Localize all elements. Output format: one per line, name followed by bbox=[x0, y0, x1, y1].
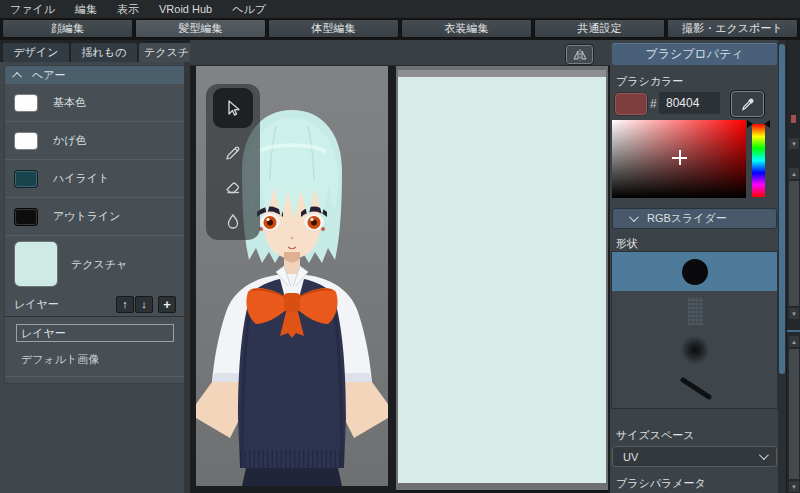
brush-color-label: ブラシカラー bbox=[616, 74, 683, 89]
edge-scroll-track[interactable] bbox=[789, 349, 799, 479]
circle-brush-icon bbox=[682, 259, 708, 285]
saturation-value-picker[interactable] bbox=[612, 120, 746, 198]
list-item-shade-color[interactable]: かげ色 bbox=[5, 122, 185, 160]
layers-title: レイヤー bbox=[14, 297, 116, 312]
brush-params-label: ブラシパラメータ bbox=[616, 476, 706, 491]
hue-handle-right[interactable] bbox=[764, 120, 770, 128]
item-label: 基本色 bbox=[53, 95, 86, 110]
panel-title: ブラシプロパティ bbox=[612, 43, 777, 65]
color-swatch[interactable] bbox=[14, 170, 38, 188]
main-tab-bar: 顔編集 髪型編集 体型編集 衣装編集 共通設定 撮影・エクスポート bbox=[0, 18, 800, 40]
pencil-tool-button[interactable] bbox=[213, 136, 253, 170]
brush-properties-panel: ブラシプロパティ ブラシカラー # 80404 RGBスライダー 形状 bbox=[610, 40, 779, 493]
shape-option-circle[interactable] bbox=[612, 252, 777, 291]
layer-move-down-button[interactable]: ↓ bbox=[135, 296, 153, 313]
center-region bbox=[190, 40, 610, 493]
subtab-design[interactable]: デザイン bbox=[3, 43, 69, 62]
hair-section-header[interactable]: ヘアー bbox=[5, 66, 185, 84]
color-swatch[interactable] bbox=[14, 94, 38, 112]
chevron-down-icon bbox=[629, 212, 639, 222]
chevron-down-icon bbox=[759, 450, 769, 460]
tab-hair-edit[interactable]: 髪型編集 bbox=[135, 19, 266, 38]
texture-canvas-panel bbox=[396, 66, 608, 493]
shape-option-noise[interactable] bbox=[612, 291, 777, 330]
list-item-texture[interactable]: テクスチャ bbox=[5, 236, 185, 292]
tool-palette bbox=[206, 84, 260, 240]
tab-body-edit[interactable]: 体型編集 bbox=[268, 19, 399, 38]
edge-scroll-track[interactable] bbox=[789, 181, 799, 306]
shape-label: 形状 bbox=[616, 236, 638, 251]
list-item-base-color[interactable]: 基本色 bbox=[5, 84, 185, 122]
eyedropper-button[interactable] bbox=[730, 90, 765, 118]
layer-add-button[interactable]: + bbox=[158, 296, 176, 313]
layer-move-up-button[interactable]: ↑ bbox=[116, 296, 134, 313]
brush-color-swatch[interactable] bbox=[614, 92, 648, 116]
layer-item-default-image[interactable]: デフォルト画像 bbox=[16, 352, 174, 367]
menu-bar: ファイル 編集 表示 VRoid Hub ヘルプ bbox=[0, 0, 800, 18]
hex-hash: # bbox=[650, 97, 657, 111]
droplet-icon bbox=[224, 212, 242, 230]
item-label: テクスチャ bbox=[71, 257, 127, 272]
texture-swatch[interactable] bbox=[14, 241, 58, 287]
tab-photo-export[interactable]: 撮影・エクスポート bbox=[667, 19, 798, 38]
cursor-icon bbox=[224, 99, 242, 117]
menu-help[interactable]: ヘルプ bbox=[232, 2, 266, 17]
stroke-brush-icon bbox=[680, 377, 713, 401]
scroll-down-button[interactable]: ▼ bbox=[789, 308, 799, 319]
canvas-toolbar bbox=[190, 40, 610, 66]
mirror-symmetry-button[interactable] bbox=[565, 44, 594, 65]
color-swatch[interactable] bbox=[14, 208, 38, 226]
shape-option-soft-dot[interactable] bbox=[612, 330, 777, 369]
left-panel: デザイン 揺れもの テクスチャ ヘアー 基本色 かげ色 ハイライト bbox=[0, 40, 190, 493]
section-title: ヘアー bbox=[32, 68, 66, 83]
pencil-icon bbox=[224, 144, 242, 162]
mirror-icon bbox=[572, 49, 588, 61]
hue-slider[interactable] bbox=[752, 124, 765, 197]
brush-shape-list bbox=[612, 252, 777, 408]
left-subtab-bar: デザイン 揺れもの テクスチャ bbox=[0, 40, 190, 62]
size-space-label: サイズスペース bbox=[616, 428, 695, 443]
eyedropper-tool-button[interactable] bbox=[213, 204, 253, 238]
scroll-up-button[interactable]: ▲ bbox=[789, 168, 799, 179]
scroll-up-button[interactable]: ▲ bbox=[789, 336, 799, 347]
panel-scrollbar[interactable] bbox=[778, 40, 786, 493]
divider bbox=[5, 376, 185, 383]
item-label: アウトライン bbox=[53, 209, 121, 224]
scroll-down-button[interactable]: ▼ bbox=[789, 138, 799, 149]
shape-option-stroke[interactable] bbox=[612, 369, 777, 408]
menu-file[interactable]: ファイル bbox=[10, 2, 55, 17]
noise-brush-icon bbox=[688, 297, 703, 325]
hair-material-group: ヘアー 基本色 かげ色 ハイライト アウトライン テクスチャ bbox=[5, 66, 185, 383]
select-tool-button[interactable] bbox=[213, 88, 253, 128]
vroid-studio-window: ファイル 編集 表示 VRoid Hub ヘルプ 顔編集 髪型編集 体型編集 衣… bbox=[0, 0, 800, 493]
eraser-icon bbox=[224, 178, 242, 196]
subtab-bones[interactable]: 揺れもの bbox=[71, 43, 137, 62]
rgb-slider-section[interactable]: RGBスライダー bbox=[612, 208, 777, 229]
hue-handle-left[interactable] bbox=[747, 120, 753, 128]
edge-divider bbox=[787, 330, 800, 332]
layer-item-selected[interactable]: レイヤー bbox=[16, 324, 174, 342]
tab-common-settings[interactable]: 共通設定 bbox=[534, 19, 665, 38]
menu-vroid-hub[interactable]: VRoid Hub bbox=[159, 3, 212, 15]
menu-view[interactable]: 表示 bbox=[117, 2, 139, 17]
eraser-tool-button[interactable] bbox=[213, 170, 253, 204]
soft-dot-brush-icon bbox=[680, 335, 710, 365]
tab-face-edit[interactable]: 顔編集 bbox=[2, 19, 133, 38]
texture-canvas[interactable] bbox=[398, 70, 606, 483]
subtab-texture[interactable]: テクスチャ bbox=[139, 43, 190, 62]
hex-input[interactable]: 80404 bbox=[659, 92, 720, 114]
color-swatch[interactable] bbox=[14, 132, 38, 150]
3d-viewport[interactable] bbox=[196, 66, 388, 486]
scrollbar-thumb[interactable] bbox=[779, 44, 785, 374]
picker-cursor[interactable] bbox=[672, 150, 687, 165]
size-space-dropdown[interactable]: UV bbox=[612, 446, 777, 467]
dropdown-value: UV bbox=[623, 451, 759, 463]
edge-swatch bbox=[791, 115, 796, 123]
menu-edit[interactable]: 編集 bbox=[75, 2, 97, 17]
item-label: ハイライト bbox=[53, 171, 109, 186]
list-item-outline[interactable]: アウトライン bbox=[5, 198, 185, 236]
rgb-slider-label: RGBスライダー bbox=[647, 211, 727, 226]
list-item-highlight[interactable]: ハイライト bbox=[5, 160, 185, 198]
tab-outfit-edit[interactable]: 衣装編集 bbox=[401, 19, 532, 38]
scroll-down-button[interactable]: ▼ bbox=[789, 481, 799, 492]
